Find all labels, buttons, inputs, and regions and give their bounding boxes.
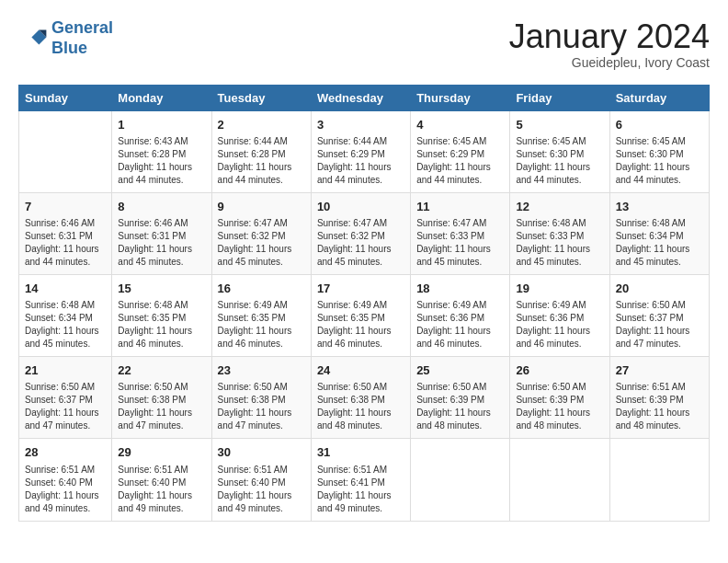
day-number: 25 — [416, 362, 504, 379]
day-number: 9 — [218, 199, 305, 215]
day-number: 2 — [218, 117, 305, 133]
day-number: 6 — [616, 117, 703, 133]
calendar-cell: 3Sunrise: 6:44 AM Sunset: 6:29 PM Daylig… — [311, 110, 410, 192]
calendar-cell: 19Sunrise: 6:49 AM Sunset: 6:36 PM Dayli… — [510, 274, 609, 356]
day-number: 27 — [616, 362, 703, 379]
title-block: January 2024 Gueidepleu, Ivory Coast — [509, 18, 710, 70]
calendar-cell — [609, 439, 709, 521]
day-info: Sunrise: 6:50 AM Sunset: 6:38 PM Dayligh… — [118, 381, 205, 432]
calendar-header-row: SundayMondayTuesdayWednesdayThursdayFrid… — [19, 85, 710, 110]
calendar-cell: 21Sunrise: 6:50 AM Sunset: 6:37 PM Dayli… — [19, 357, 112, 439]
day-info: Sunrise: 6:49 AM Sunset: 6:35 PM Dayligh… — [317, 299, 404, 350]
day-number: 11 — [416, 199, 504, 215]
day-info: Sunrise: 6:45 AM Sunset: 6:29 PM Dayligh… — [416, 135, 504, 187]
page-header: General Blue January 2024 Gueidepleu, Iv… — [18, 18, 710, 70]
day-info: Sunrise: 6:47 AM Sunset: 6:32 PM Dayligh… — [218, 217, 305, 269]
day-number: 1 — [118, 117, 205, 133]
header-col-friday: Friday — [510, 85, 609, 110]
day-number: 12 — [516, 199, 603, 215]
logo-text: General Blue — [51, 18, 113, 58]
calendar-cell: 29Sunrise: 6:51 AM Sunset: 6:40 PM Dayli… — [112, 439, 211, 521]
calendar-table: SundayMondayTuesdayWednesdayThursdayFrid… — [18, 85, 710, 522]
week-row-3: 14Sunrise: 6:48 AM Sunset: 6:34 PM Dayli… — [19, 274, 710, 356]
day-info: Sunrise: 6:48 AM Sunset: 6:34 PM Dayligh… — [616, 217, 703, 269]
day-info: Sunrise: 6:51 AM Sunset: 6:41 PM Dayligh… — [317, 464, 404, 515]
logo-icon — [18, 24, 48, 53]
calendar-cell: 13Sunrise: 6:48 AM Sunset: 6:34 PM Dayli… — [609, 192, 709, 274]
day-number: 31 — [317, 444, 404, 461]
day-info: Sunrise: 6:50 AM Sunset: 6:39 PM Dayligh… — [516, 381, 603, 432]
day-info: Sunrise: 6:43 AM Sunset: 6:28 PM Dayligh… — [118, 135, 205, 187]
day-number: 10 — [317, 199, 404, 215]
day-info: Sunrise: 6:51 AM Sunset: 6:40 PM Dayligh… — [218, 464, 305, 515]
calendar-cell: 1Sunrise: 6:43 AM Sunset: 6:28 PM Daylig… — [112, 110, 211, 192]
calendar-cell: 7Sunrise: 6:46 AM Sunset: 6:31 PM Daylig… — [19, 192, 112, 274]
calendar-cell: 6Sunrise: 6:45 AM Sunset: 6:30 PM Daylig… — [609, 110, 709, 192]
calendar-cell: 17Sunrise: 6:49 AM Sunset: 6:35 PM Dayli… — [311, 274, 410, 356]
calendar-cell: 18Sunrise: 6:49 AM Sunset: 6:36 PM Dayli… — [411, 274, 510, 356]
day-info: Sunrise: 6:48 AM Sunset: 6:33 PM Dayligh… — [516, 217, 603, 269]
calendar-cell: 20Sunrise: 6:50 AM Sunset: 6:37 PM Dayli… — [609, 274, 709, 356]
location-subtitle: Gueidepleu, Ivory Coast — [509, 55, 710, 70]
calendar-cell: 4Sunrise: 6:45 AM Sunset: 6:29 PM Daylig… — [411, 110, 510, 192]
day-info: Sunrise: 6:50 AM Sunset: 6:38 PM Dayligh… — [218, 381, 305, 432]
day-number: 3 — [317, 117, 404, 133]
day-info: Sunrise: 6:47 AM Sunset: 6:33 PM Dayligh… — [416, 217, 504, 269]
day-number: 23 — [218, 362, 305, 379]
calendar-cell: 27Sunrise: 6:51 AM Sunset: 6:39 PM Dayli… — [609, 357, 709, 439]
day-number: 24 — [317, 362, 404, 379]
day-info: Sunrise: 6:44 AM Sunset: 6:29 PM Dayligh… — [317, 135, 404, 187]
day-info: Sunrise: 6:49 AM Sunset: 6:36 PM Dayligh… — [516, 299, 603, 350]
header-col-tuesday: Tuesday — [211, 85, 311, 110]
week-row-2: 7Sunrise: 6:46 AM Sunset: 6:31 PM Daylig… — [19, 192, 710, 274]
day-number: 17 — [317, 281, 404, 297]
header-col-thursday: Thursday — [411, 85, 510, 110]
day-info: Sunrise: 6:45 AM Sunset: 6:30 PM Dayligh… — [516, 135, 603, 187]
day-info: Sunrise: 6:46 AM Sunset: 6:31 PM Dayligh… — [118, 217, 205, 269]
header-col-monday: Monday — [112, 85, 211, 110]
calendar-cell: 31Sunrise: 6:51 AM Sunset: 6:41 PM Dayli… — [311, 439, 410, 521]
day-number: 28 — [25, 444, 106, 461]
day-info: Sunrise: 6:50 AM Sunset: 6:37 PM Dayligh… — [25, 381, 106, 432]
calendar-cell: 14Sunrise: 6:48 AM Sunset: 6:34 PM Dayli… — [19, 274, 112, 356]
day-number: 19 — [516, 281, 603, 297]
day-number: 8 — [118, 199, 205, 215]
day-number: 5 — [516, 117, 603, 133]
week-row-1: 1Sunrise: 6:43 AM Sunset: 6:28 PM Daylig… — [19, 110, 710, 192]
header-col-wednesday: Wednesday — [311, 85, 410, 110]
calendar-cell: 26Sunrise: 6:50 AM Sunset: 6:39 PM Dayli… — [510, 357, 609, 439]
calendar-cell: 9Sunrise: 6:47 AM Sunset: 6:32 PM Daylig… — [211, 192, 311, 274]
day-number: 18 — [416, 281, 504, 297]
header-col-saturday: Saturday — [609, 85, 709, 110]
day-number: 16 — [218, 281, 305, 297]
day-number: 30 — [218, 444, 305, 461]
day-info: Sunrise: 6:51 AM Sunset: 6:39 PM Dayligh… — [616, 381, 703, 432]
calendar-cell: 28Sunrise: 6:51 AM Sunset: 6:40 PM Dayli… — [19, 439, 112, 521]
day-number: 26 — [516, 362, 603, 379]
day-number: 21 — [25, 362, 106, 379]
day-info: Sunrise: 6:48 AM Sunset: 6:35 PM Dayligh… — [118, 299, 205, 350]
day-info: Sunrise: 6:47 AM Sunset: 6:32 PM Dayligh… — [317, 217, 404, 269]
day-info: Sunrise: 6:50 AM Sunset: 6:38 PM Dayligh… — [317, 381, 404, 432]
week-row-5: 28Sunrise: 6:51 AM Sunset: 6:40 PM Dayli… — [19, 439, 710, 521]
day-number: 13 — [616, 199, 703, 215]
calendar-cell — [19, 110, 112, 192]
day-info: Sunrise: 6:50 AM Sunset: 6:39 PM Dayligh… — [416, 381, 504, 432]
calendar-cell: 11Sunrise: 6:47 AM Sunset: 6:33 PM Dayli… — [411, 192, 510, 274]
day-info: Sunrise: 6:50 AM Sunset: 6:37 PM Dayligh… — [616, 299, 703, 350]
calendar-cell: 23Sunrise: 6:50 AM Sunset: 6:38 PM Dayli… — [211, 357, 311, 439]
day-number: 22 — [118, 362, 205, 379]
day-info: Sunrise: 6:46 AM Sunset: 6:31 PM Dayligh… — [25, 217, 106, 269]
day-number: 20 — [616, 281, 703, 297]
day-info: Sunrise: 6:45 AM Sunset: 6:30 PM Dayligh… — [616, 135, 703, 187]
calendar-cell: 25Sunrise: 6:50 AM Sunset: 6:39 PM Dayli… — [411, 357, 510, 439]
calendar-cell: 12Sunrise: 6:48 AM Sunset: 6:33 PM Dayli… — [510, 192, 609, 274]
day-number: 4 — [416, 117, 504, 133]
calendar-cell: 24Sunrise: 6:50 AM Sunset: 6:38 PM Dayli… — [311, 357, 410, 439]
calendar-cell: 8Sunrise: 6:46 AM Sunset: 6:31 PM Daylig… — [112, 192, 211, 274]
day-info: Sunrise: 6:48 AM Sunset: 6:34 PM Dayligh… — [25, 299, 106, 350]
calendar-cell: 5Sunrise: 6:45 AM Sunset: 6:30 PM Daylig… — [510, 110, 609, 192]
calendar-cell — [411, 439, 510, 521]
calendar-cell: 10Sunrise: 6:47 AM Sunset: 6:32 PM Dayli… — [311, 192, 410, 274]
day-info: Sunrise: 6:49 AM Sunset: 6:35 PM Dayligh… — [218, 299, 305, 350]
